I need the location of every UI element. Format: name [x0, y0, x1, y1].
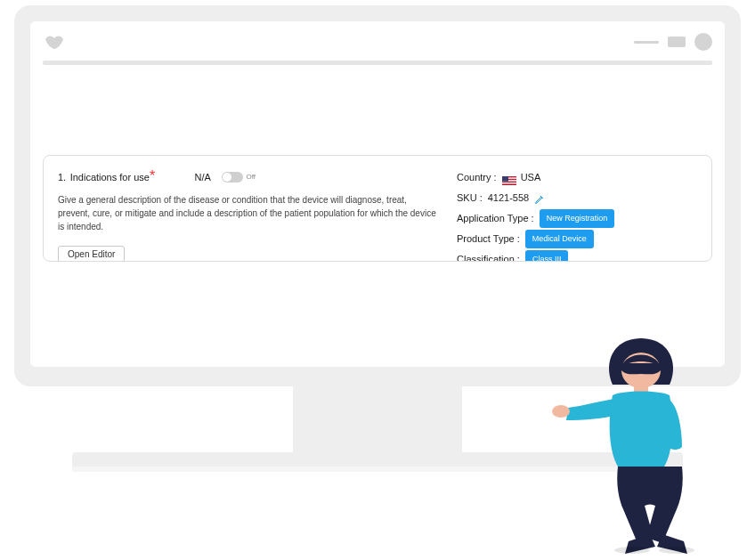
country-row: Country : USA: [457, 168, 697, 187]
product-type-row: Product Type : Medical Device: [457, 230, 697, 248]
svg-rect-4: [502, 176, 508, 182]
metadata-panel: Country : USA SKU :: [457, 168, 697, 262]
country-label: Country :: [457, 168, 497, 187]
svg-point-8: [614, 547, 650, 554]
open-editor-button[interactable]: Open Editor: [58, 246, 125, 262]
application-type-badge: New Registration: [540, 209, 615, 228]
header-divider: [43, 61, 712, 65]
classification-row: Classification : Class III: [457, 250, 697, 262]
monitor-neck: [293, 386, 462, 456]
section-description: Give a general description of the diseas…: [58, 193, 439, 233]
application-type-label: Application Type :: [457, 209, 534, 228]
screen: 1. Indications for use* N/A Off Give a g…: [30, 21, 725, 367]
app-logo-icon: [43, 34, 66, 50]
product-type-label: Product Type :: [457, 230, 520, 248]
topbar: [43, 30, 712, 53]
svg-point-7: [552, 405, 570, 418]
classification-label: Classification :: [457, 250, 520, 262]
na-toggle[interactable]: Off: [222, 172, 256, 183]
edit-icon[interactable]: [534, 192, 545, 203]
header-placeholder-box: [668, 37, 686, 47]
section-number: 1.: [58, 172, 66, 183]
sku-label: SKU :: [457, 189, 483, 207]
svg-rect-3: [502, 183, 516, 183]
classification-badge: Class III: [525, 250, 569, 262]
usa-flag-icon: [502, 173, 516, 182]
svg-point-9: [659, 547, 694, 554]
required-asterisk: *: [150, 168, 155, 183]
country-value: USA: [521, 168, 541, 187]
form-card: 1. Indications for use* N/A Off Give a g…: [43, 155, 712, 262]
person-illustration: [534, 322, 739, 554]
product-type-badge: Medical Device: [525, 230, 594, 248]
sku-row: SKU : 4121-558: [457, 189, 697, 207]
section-title: Indications for use: [70, 172, 150, 183]
toggle-state-label: Off: [246, 173, 256, 181]
application-type-row: Application Type : New Registration: [457, 209, 697, 228]
sku-value: 4121-558: [488, 189, 530, 207]
na-label: N/A: [195, 172, 211, 183]
header-placeholder-line: [634, 41, 659, 44]
avatar[interactable]: [694, 33, 712, 51]
section-header: 1. Indications for use* N/A Off: [58, 168, 439, 184]
